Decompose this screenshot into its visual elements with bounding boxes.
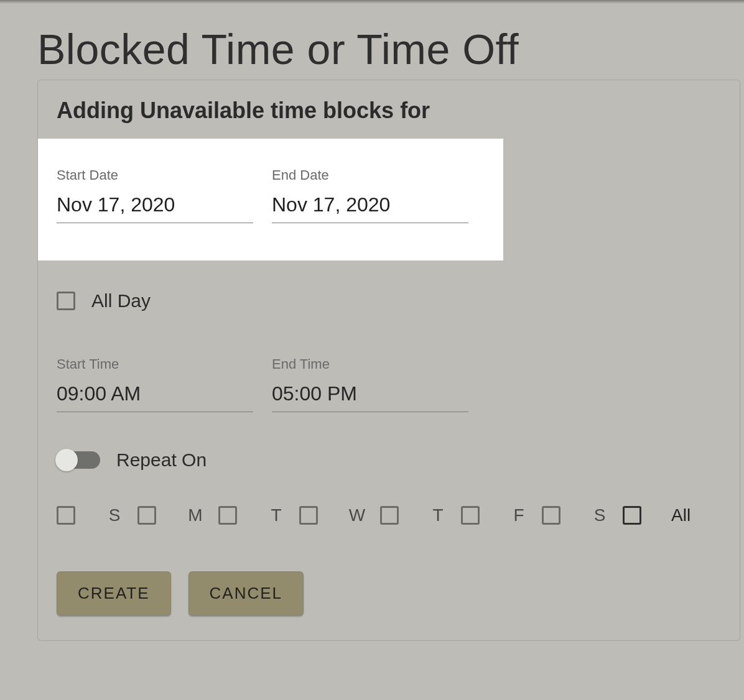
day-checkbox-fri[interactable] bbox=[461, 506, 480, 525]
date-range-panel: Start Date End Date bbox=[38, 139, 503, 260]
day-checkbox-mon[interactable] bbox=[137, 506, 156, 525]
start-time-field: Start Time bbox=[57, 356, 253, 412]
cancel-button[interactable]: CANCEL bbox=[188, 571, 304, 615]
window-top-shadow bbox=[0, 0, 744, 4]
buttons-row: CREATE CANCEL bbox=[57, 571, 721, 615]
start-date-label: Start Date bbox=[57, 167, 253, 183]
day-label-tue: T bbox=[267, 505, 286, 525]
all-day-label: All Day bbox=[91, 290, 151, 311]
end-date-label: End Date bbox=[272, 167, 468, 183]
page-title: Blocked Time or Time Off bbox=[37, 25, 744, 73]
repeat-toggle[interactable] bbox=[57, 451, 100, 469]
start-date-input[interactable] bbox=[57, 192, 253, 223]
all-day-row: All Day bbox=[57, 290, 721, 311]
start-time-input[interactable] bbox=[57, 381, 253, 412]
end-date-field: End Date bbox=[272, 167, 468, 223]
card-subtitle: Adding Unavailable time blocks for bbox=[57, 98, 721, 124]
day-label-thu: T bbox=[429, 505, 447, 525]
day-label-all: All bbox=[671, 505, 691, 525]
day-label-mon: M bbox=[186, 505, 205, 525]
start-date-field: Start Date bbox=[57, 167, 253, 223]
day-label-sat: S bbox=[590, 505, 609, 525]
create-button[interactable]: CREATE bbox=[57, 571, 171, 615]
day-cell-tue: T bbox=[218, 505, 286, 525]
day-cell-wed: W bbox=[299, 505, 366, 525]
form-card: Adding Unavailable time blocks for Start… bbox=[37, 80, 740, 641]
day-cell-thu: T bbox=[380, 505, 447, 525]
day-cell-mon: M bbox=[137, 505, 205, 525]
repeat-toggle-row: Repeat On bbox=[57, 449, 721, 471]
time-range-row: Start Time End Time bbox=[57, 356, 721, 412]
end-date-input[interactable] bbox=[272, 192, 468, 223]
end-time-field: End Time bbox=[272, 356, 468, 412]
end-time-input[interactable] bbox=[272, 381, 468, 412]
days-row: S M T W T F S bbox=[57, 505, 721, 525]
day-cell-sat: S bbox=[542, 505, 609, 525]
day-label-wed: W bbox=[348, 505, 366, 525]
page-container: Blocked Time or Time Off Adding Unavaila… bbox=[0, 0, 744, 641]
day-cell-all: All bbox=[623, 505, 691, 525]
start-time-label: Start Time bbox=[57, 356, 253, 372]
end-time-label: End Time bbox=[272, 356, 468, 372]
day-checkbox-all[interactable] bbox=[623, 506, 641, 525]
day-cell-fri: F bbox=[461, 505, 528, 525]
day-checkbox-tue[interactable] bbox=[218, 506, 237, 525]
all-day-checkbox[interactable] bbox=[57, 292, 75, 310]
day-checkbox-sun[interactable] bbox=[57, 506, 75, 525]
day-cell-sun: S bbox=[57, 505, 124, 525]
repeat-label: Repeat On bbox=[116, 449, 207, 471]
day-checkbox-thu[interactable] bbox=[380, 506, 399, 525]
day-label-sun: S bbox=[105, 505, 124, 525]
day-checkbox-sat[interactable] bbox=[542, 506, 560, 525]
day-checkbox-wed[interactable] bbox=[299, 506, 318, 525]
day-label-fri: F bbox=[509, 505, 528, 525]
toggle-knob bbox=[55, 449, 78, 471]
